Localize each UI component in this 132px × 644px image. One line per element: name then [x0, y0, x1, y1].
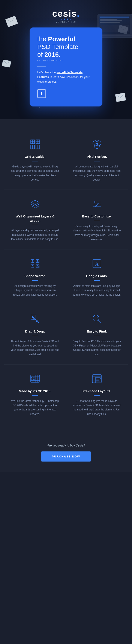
feature-divider-ps: [32, 396, 38, 396]
feature-drag-drop: Drag & Drop. Urgent Project? Just open C…: [4, 305, 66, 364]
purchase-button[interactable]: PURCHASE NOW: [41, 452, 91, 462]
star-1: ★: [61, 18, 63, 20]
star-2: ★: [64, 18, 66, 20]
svg-rect-38: [31, 265, 34, 268]
hero-section: cesis. ★ ★ ★ ★ VERSION 1.0 the Powerful …: [0, 0, 132, 119]
svg-rect-56: [31, 378, 32, 378]
headline-prefix: the: [37, 36, 48, 42]
sliders-icon: [90, 198, 103, 210]
svg-rect-39: [36, 265, 39, 268]
feature-title-fonts: Google Fonts.: [72, 274, 121, 278]
svg-line-48: [98, 320, 101, 323]
feature-customize: Easy to Customize. Super easy to modify …: [66, 190, 128, 250]
svg-point-27: [96, 140, 101, 146]
layers-icon: [29, 198, 42, 210]
hero-card: the Powerful PSD Template of 2016. BY TR…: [30, 28, 102, 106]
svg-point-43: [37, 266, 38, 267]
feature-desc-grid: Guide Layout will help you easy to Drag …: [11, 164, 59, 182]
svg-rect-11: [100, 22, 120, 23]
feature-layouts: Pre-made Layouts. A lot of Stunning Pre-…: [66, 364, 128, 424]
headline-period: .: [59, 51, 60, 58]
feature-divider-layers: [32, 225, 38, 225]
headline-bold1: Powerful: [48, 36, 75, 42]
feature-desc-customize: Super easy to modify all Cesis design el…: [72, 224, 121, 242]
version-text: VERSION 1.0: [52, 21, 80, 23]
feature-divider-grid: [32, 161, 38, 162]
logo: cesis.: [52, 8, 80, 19]
ps-icon: [29, 372, 42, 385]
svg-rect-58: [31, 379, 32, 380]
feature-title-pixel: Pixel Perfect.: [72, 154, 121, 159]
svg-rect-59: [33, 379, 34, 380]
logo-dot: .: [77, 8, 80, 19]
svg-rect-64: [96, 380, 99, 380]
svg-rect-57: [33, 378, 34, 378]
svg-rect-63: [96, 378, 101, 379]
feature-grid-guide: Grid & Guide. Guide Layout will help you…: [4, 130, 66, 190]
layout-icon: [90, 372, 103, 385]
feature-title-ps: Made by PS CC 2015.: [11, 389, 59, 393]
search-icon: [90, 312, 103, 326]
svg-point-26: [93, 140, 98, 146]
feature-title-layers: Well Orgranized Layers & Group.: [11, 214, 59, 222]
feature-ps: Made by PS CC 2015. We use the latest te…: [4, 364, 66, 424]
svg-rect-50: [31, 375, 40, 382]
svg-rect-8: [100, 16, 130, 18]
feature-divider-find: [94, 336, 100, 336]
svg-point-40: [32, 260, 33, 262]
feature-title-customize: Easy to Customize.: [72, 214, 121, 218]
headline-year: 2016: [44, 51, 59, 58]
features-section: Grid & Guide. Guide Layout will help you…: [0, 119, 132, 435]
feature-desc-drag: Urgent Project? Just open Cesis PSD and …: [11, 339, 59, 357]
drag-drop-icon: [29, 312, 42, 326]
feature-pixel-perfect: Pixel Perfect. All components designed w…: [66, 130, 128, 190]
feature-fonts: A Google Fonts. Almost of main fonts are…: [66, 250, 128, 305]
feature-divider-fonts: [94, 280, 100, 281]
headline-psd: PSD Template: [37, 43, 78, 50]
svg-point-49: [97, 317, 98, 318]
cta-question: Are you ready to buy Cesis?: [4, 444, 128, 447]
feature-desc-shape: All design elements were making by Shape…: [11, 284, 59, 297]
circles-icon: [90, 138, 103, 151]
feature-title-drag: Drag & Drop.: [11, 329, 59, 334]
cta-section: Are you ready to buy Cesis? PURCHASE NOW: [0, 435, 132, 472]
shape-vector-icon: [29, 257, 42, 270]
feature-desc-find: Easy to find the PSD files you want in y…: [72, 339, 121, 357]
feature-divider-layouts: [94, 396, 100, 396]
svg-rect-9: [100, 19, 118, 20]
svg-rect-65: [96, 381, 100, 382]
svg-point-41: [37, 260, 38, 262]
logo-area: cesis. ★ ★ ★ ★ VERSION 1.0: [52, 8, 80, 23]
feature-divider-pixel: [94, 161, 100, 162]
svg-point-28: [94, 144, 99, 148]
star-4: ★: [69, 18, 71, 20]
svg-rect-10: [100, 20, 122, 21]
feature-title-find: Easy to Find.: [72, 329, 121, 334]
feature-desc-layers: All layers and group are named, arranged…: [11, 228, 59, 241]
headline-of: of: [37, 51, 44, 58]
svg-rect-37: [36, 260, 39, 262]
feature-desc-ps: We use the latest technology - Photoshop…: [11, 399, 59, 416]
feature-title-shape: Shape Vector.: [11, 274, 59, 278]
feature-title-layouts: Pre-made Layouts.: [72, 389, 121, 393]
svg-rect-36: [31, 260, 34, 262]
hero-content: the Powerful PSD Template of 2016. BY TR…: [4, 28, 128, 106]
svg-marker-29: [31, 200, 39, 204]
hero-description: Let's check the Incredible Template Feat…: [37, 70, 95, 84]
hero-headline: the Powerful PSD Template of 2016.: [37, 35, 95, 58]
hero-link-text: Incredible Template Features: [37, 71, 83, 78]
feature-divider-drag: [32, 336, 38, 336]
feature-layers: Well Orgranized Layers & Group. All laye…: [4, 190, 66, 250]
hero-by: BY TRANMAUTRITAM: [37, 60, 95, 62]
star-3: ★: [66, 18, 68, 20]
feature-shape: Shape Vector. All design elements were m…: [4, 250, 66, 305]
feature-desc-layouts: A lot of Stunning Pre-made Layouts inclu…: [72, 399, 121, 416]
features-grid: Grid & Guide. Guide Layout will help you…: [4, 130, 128, 424]
feature-desc-fonts: Almost of main fonts are using by Google…: [72, 284, 121, 297]
logo-text: cesis.: [52, 8, 80, 19]
hero-divider: [37, 66, 46, 66]
scroll-down-button[interactable]: [37, 89, 46, 98]
svg-text:A: A: [95, 261, 99, 266]
svg-point-42: [32, 266, 33, 267]
feature-divider-customize: [94, 221, 100, 221]
